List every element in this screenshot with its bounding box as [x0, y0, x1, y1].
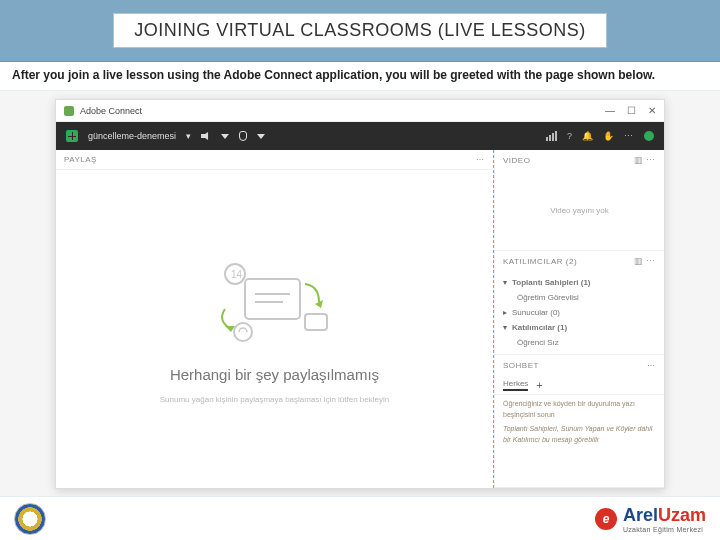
chat-pod: SOHBET ⋯ Herkes + Öğrenciğiniz ve köyden… — [495, 355, 664, 488]
microphone-icon[interactable] — [239, 131, 247, 141]
app-icon — [64, 106, 74, 116]
areluzam-logo: e ArelUzam Uzaktan Eğitim Merkezi — [595, 505, 706, 533]
slide-title: JOINING VIRTUAL CLASSROOMS (LIVE LESSONS… — [113, 13, 607, 48]
right-pods: VİDEO ▥ ⋯ Video yayını yok KATILIMCILAR … — [494, 150, 664, 488]
app-body: PAYLAŞ ⋯ 14 — [56, 150, 664, 488]
attendees-group[interactable]: ▾ Katılımcılar (1) — [503, 320, 656, 335]
attendee-entry[interactable]: Öğrenci Sız — [503, 335, 656, 350]
app-toolbar: güncelleme-denemesi ▾ ? 🔔 ✋ ⋯ — [56, 122, 664, 150]
chat-hint-1: Öğrenciğiniz ve köyden bir duyurulma yaz… — [503, 399, 656, 420]
chevron-down-icon: ▾ — [503, 323, 507, 332]
chat-add-tab[interactable]: + — [536, 379, 542, 391]
notifications-icon[interactable]: 🔔 — [582, 131, 593, 141]
layouts-icon[interactable] — [66, 130, 78, 142]
logo-e-icon: e — [595, 508, 617, 530]
chat-tab-everyone[interactable]: Herkes — [503, 379, 528, 391]
svg-rect-0 — [245, 279, 300, 319]
attendees-group-label: Katılımcılar (1) — [512, 323, 567, 332]
share-illustration: 14 — [205, 254, 345, 354]
video-pod-menu-icon[interactable]: ▥ ⋯ — [634, 155, 656, 165]
minimize-button[interactable]: — — [605, 105, 615, 116]
brand-accent: Uzam — [658, 505, 706, 525]
participants-pod: KATILIMCILAR (2) ▥ ⋯ ▾ Toplantı Sahipler… — [495, 251, 664, 355]
help-icon[interactable]: ? — [567, 131, 572, 141]
speaker-icon[interactable] — [201, 132, 211, 140]
share-empty-title: Herhangi bir şey paylaşılmamış — [170, 366, 379, 383]
presenters-group[interactable]: ▸ Sunucular (0) — [503, 305, 656, 320]
svg-rect-7 — [305, 314, 327, 330]
room-dropdown-icon[interactable]: ▾ — [186, 131, 191, 141]
slide-caption: After you join a live lesson using the A… — [0, 62, 720, 91]
adobe-connect-window: Adobe Connect — ☐ ✕ güncelleme-denemesi … — [55, 99, 665, 489]
host-name: Öğretim Görevlisi — [517, 293, 579, 302]
brand-subtitle: Uzaktan Eğitim Merkezi — [623, 526, 706, 533]
share-pod-header: PAYLAŞ ⋯ — [56, 150, 493, 170]
window-titlebar: Adobe Connect — ☐ ✕ — [56, 100, 664, 122]
svg-point-8 — [234, 323, 252, 341]
slide-banner: JOINING VIRTUAL CLASSROOMS (LIVE LESSONS… — [0, 0, 720, 62]
hosts-group[interactable]: ▾ Toplantı Sahipleri (1) — [503, 275, 656, 290]
close-button[interactable]: ✕ — [648, 105, 656, 116]
screenshot-container: Adobe Connect — ☐ ✕ güncelleme-denemesi … — [0, 91, 720, 489]
participants-pod-title: KATILIMCILAR (2) — [503, 257, 577, 266]
mic-dropdown-icon[interactable] — [257, 134, 265, 139]
brand-main: Arel — [623, 505, 658, 525]
chevron-down-icon: ▾ — [503, 278, 507, 287]
video-pod-title: VİDEO — [503, 156, 530, 165]
share-empty-state: 14 Herhangi bir şey paylaşılmamış Sunumu… — [56, 170, 493, 488]
host-entry[interactable]: Öğretim Görevlisi — [503, 290, 656, 305]
presenters-group-label: Sunucular (0) — [512, 308, 560, 317]
room-name[interactable]: güncelleme-denemesi — [88, 131, 176, 141]
app-name: Adobe Connect — [80, 106, 142, 116]
hand-raise-icon[interactable]: ✋ — [603, 131, 614, 141]
end-meeting-icon[interactable] — [644, 131, 654, 141]
svg-text:14: 14 — [231, 269, 243, 280]
share-pod: PAYLAŞ ⋯ 14 — [56, 150, 494, 488]
attendee-name: Öğrenci Sız — [517, 338, 559, 347]
participants-pod-menu-icon[interactable]: ▥ ⋯ — [634, 256, 656, 266]
chat-pod-title: SOHBET — [503, 361, 539, 370]
more-icon[interactable]: ⋯ — [624, 131, 634, 141]
speaker-dropdown-icon[interactable] — [221, 134, 229, 139]
chat-placeholder: Öğrenciğiniz ve köyden bir duyurulma yaz… — [495, 395, 664, 449]
chat-pod-menu-icon[interactable]: ⋯ — [647, 361, 656, 370]
slide-footer: e ArelUzam Uzaktan Eğitim Merkezi — [0, 496, 720, 540]
hosts-group-label: Toplantı Sahipleri (1) — [512, 278, 591, 287]
share-empty-subtitle: Sunumu yağan kişinin paylaşmaya başlamas… — [160, 395, 389, 404]
university-seal-icon — [14, 503, 46, 535]
chat-hint-2: Toplantı Sahipleri, Sunum Yapan ve Köyle… — [503, 424, 656, 445]
share-pod-title: PAYLAŞ — [64, 155, 97, 164]
connection-icon[interactable] — [546, 131, 557, 141]
maximize-button[interactable]: ☐ — [627, 105, 636, 116]
share-pod-menu-icon[interactable]: ⋯ — [476, 155, 485, 164]
video-empty-text: Video yayını yok — [495, 170, 664, 250]
video-pod: VİDEO ▥ ⋯ Video yayını yok — [495, 150, 664, 251]
chevron-right-icon: ▸ — [503, 308, 507, 317]
